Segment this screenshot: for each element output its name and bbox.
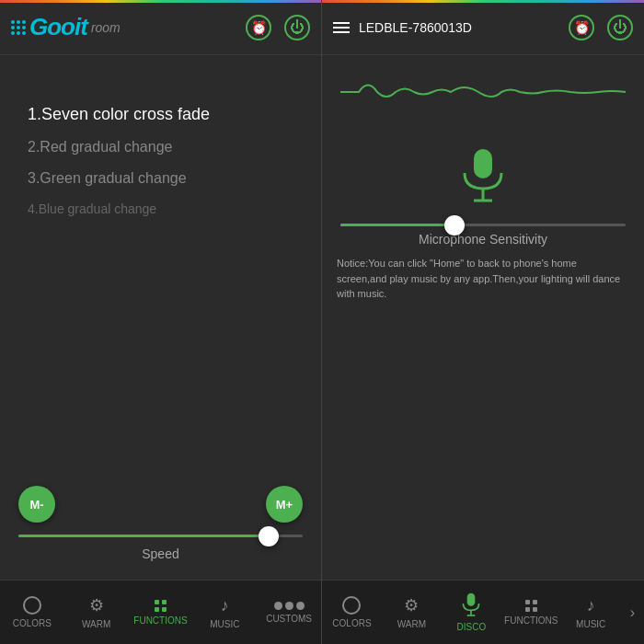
more-arrow-icon: › [627,604,638,621]
nav-functions-label: FUNCTIONS [133,615,187,626]
grid-cell [533,600,537,604]
right-nav-colors[interactable]: COLORS [322,591,382,634]
right-nav-disco-label: DISCO [457,622,487,632]
hamburger-line [333,27,350,29]
grid-cell [525,607,530,612]
right-alarm-icon[interactable]: ⏰ [569,15,594,40]
mic-container [322,147,644,207]
customs-circle-2 [285,602,293,610]
disco-mic-icon [461,592,481,618]
right-colors-icon [342,596,361,615]
logo-dot [11,31,15,35]
right-nav-functions[interactable]: FUNCTIONS [501,594,561,631]
right-nav-disco[interactable]: DISCO [442,587,501,638]
right-nav-warm-label: WARM [397,619,426,629]
right-power-icon[interactable]: ⏻ [607,15,633,40]
logo: Gooit [11,13,87,41]
wave-visualization [322,55,644,129]
right-header-icons: ⏰ ⏻ [569,15,633,40]
logo-dot [11,20,15,24]
music-note-icon: ♪ [221,596,229,615]
left-header-icons: ⏰ ⏻ [246,15,310,40]
colors-circle-icon [23,596,41,615]
mic-slider-wrapper: Microphone Sensitivity [322,216,644,247]
logo-dot [17,20,20,24]
nav-functions[interactable]: FUNCTIONS [129,594,193,631]
right-nav-music[interactable]: ♪ MUSIC [561,591,621,635]
logo-dot [22,26,26,29]
customs-circle-1 [274,602,282,610]
logo-dot [22,31,26,35]
right-bottom-nav: COLORS ⚙ WARM DISCO [322,580,644,644]
mode-list: 1.Seven color cross fade 2.Red gradual c… [18,101,303,220]
speed-slider-thumb[interactable] [259,526,279,546]
logo-dots-icon [11,20,26,35]
logo-dot [22,20,26,24]
left-bottom-nav: COLORS ⚙ WARM FUNCTIONS ♪ MUSIC [0,580,321,644]
mode-item-3[interactable]: 3.Green gradual change [28,167,303,190]
right-panel: LEDBLE-7860013D ⏰ ⏻ [322,0,644,644]
nav-colors[interactable]: COLORS [0,591,64,634]
svg-rect-0 [474,149,492,178]
nav-colors-label: COLORS [13,618,52,628]
hamburger-line [333,22,350,24]
speed-slider-fill [18,535,269,537]
right-nav-functions-label: FUNCTIONS [504,615,558,626]
mode-item-2[interactable]: 2.Red gradual change [28,135,303,159]
mic-slider-track[interactable] [340,224,626,226]
logo-dot [17,31,20,35]
right-music-icon: ♪ [587,596,595,615]
microphone-icon [460,147,506,207]
nav-customs-label: CUSTOMS [266,614,312,624]
nav-music-label: MUSIC [210,619,239,629]
menu-icon[interactable] [333,22,350,33]
speed-controls: M- M+ [18,477,303,527]
nav-warm-label: WARM [82,619,110,629]
speed-slider-container [18,535,303,537]
grid-cell [525,600,530,604]
device-name: LEDBLE-7860013D [359,20,472,35]
hamburger-line [333,31,350,33]
speed-label: Speed [18,546,303,561]
mic-sensitivity-label: Microphone Sensitivity [340,232,626,247]
mic-slider-thumb[interactable] [444,215,465,236]
logo-text: Gooit [29,13,87,41]
power-icon[interactable]: ⏻ [284,15,310,40]
svg-rect-3 [467,593,476,606]
grid-cell [162,600,167,604]
minus-button[interactable]: M- [18,486,55,523]
notice-text: Notice:You can click "Home" to back to p… [322,247,644,311]
right-functions-icon [525,600,537,612]
mode-item-1[interactable]: 1.Seven color cross fade [28,101,303,128]
warm-gear-icon: ⚙ [89,595,104,615]
mic-slider-fill [340,224,454,226]
room-label: room [91,20,121,35]
nav-warm[interactable]: ⚙ WARM [64,590,129,635]
right-warm-icon: ⚙ [404,595,419,615]
grid-cell [162,607,167,612]
right-top-bar: LEDBLE-7860013D ⏰ ⏻ [322,0,644,55]
customs-circle-3 [296,602,305,610]
mode-item-4[interactable]: 4.Blue gradual change [28,198,303,220]
logo-dot [11,26,15,29]
alarm-icon[interactable]: ⏰ [246,15,271,40]
right-nav-colors-label: COLORS [332,618,371,628]
right-nav-music-label: MUSIC [576,619,605,629]
right-nav-warm[interactable]: ⚙ WARM [382,590,442,635]
wave-svg [340,69,626,115]
grid-cell [155,607,159,612]
left-panel: Gooit room ⏰ ⏻ 1.Seven color cross fade … [0,0,322,644]
plus-button[interactable]: M+ [266,486,303,523]
nav-music[interactable]: ♪ MUSIC [192,591,257,635]
functions-grid-icon [155,600,167,612]
nav-customs[interactable]: CUSTOMS [257,596,321,629]
right-nav-more[interactable]: › [621,604,644,621]
app-container: Gooit room ⏰ ⏻ 1.Seven color cross fade … [0,0,644,644]
speed-slider-track[interactable] [18,535,303,537]
grid-cell [533,607,537,612]
mic-slider-container [340,224,626,226]
customs-dots-icon [274,602,305,610]
left-main-content: 1.Seven color cross fade 2.Red gradual c… [0,55,321,580]
grid-cell [155,600,159,604]
left-top-bar: Gooit room ⏰ ⏻ [0,0,321,55]
